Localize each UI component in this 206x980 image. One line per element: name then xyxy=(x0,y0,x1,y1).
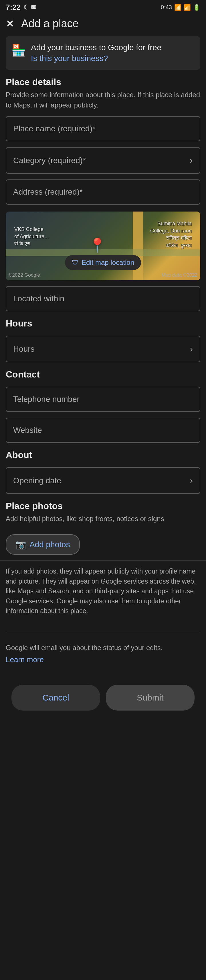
close-button[interactable]: ✕ xyxy=(6,19,14,29)
website-input[interactable] xyxy=(6,418,200,443)
hours-select[interactable]: Hours › xyxy=(6,336,200,362)
submit-button[interactable]: Submit xyxy=(106,685,195,711)
hours-label: Hours xyxy=(13,345,35,354)
wifi-icon: 📶 xyxy=(174,4,181,11)
edit-location-text: Edit map location xyxy=(82,259,134,267)
banner-text-block: Add your business to Google for free Is … xyxy=(31,43,162,63)
divider xyxy=(6,631,200,631)
signal-icon: 0:43 xyxy=(161,4,172,11)
category-chevron-icon: › xyxy=(190,155,193,165)
bottom-action-bar: Cancel Submit xyxy=(0,676,206,722)
map-data: Map data ©2022 xyxy=(162,272,197,278)
email-note-text: Google will email you about the status o… xyxy=(6,644,200,652)
address-input[interactable] xyxy=(6,180,200,205)
business-icon: 🏪 xyxy=(11,44,26,57)
map-view: VKS College of Agriculture... वी के एस S… xyxy=(6,212,200,280)
place-details-desc: Provide some information about this plac… xyxy=(6,90,200,110)
about-section: About Opening date › xyxy=(0,450,206,494)
map-road-vertical xyxy=(133,212,143,280)
map-label-right: Sumitra Mahila College, Dumraon समित्रा … xyxy=(150,220,192,249)
located-within-section xyxy=(0,286,206,311)
email-note-section: Google will email you about the status o… xyxy=(0,637,206,664)
add-photos-label: Add photos xyxy=(30,540,70,549)
notification-icons: ☾ ✉ xyxy=(24,4,36,11)
learn-more-link[interactable]: Learn more xyxy=(6,655,44,664)
photos-title: Place photos xyxy=(6,501,200,511)
edit-map-location-button[interactable]: 🛡 Edit map location xyxy=(65,255,141,270)
time-display: 7:22 xyxy=(6,3,21,12)
map-pin-icon: 📍 xyxy=(89,237,106,253)
hours-title: Hours xyxy=(6,318,200,329)
battery-icon: 🔋 xyxy=(193,4,200,11)
opening-date-label: Opening date xyxy=(13,476,61,485)
status-time: 7:22 ☾ ✉ xyxy=(6,3,36,12)
is-your-business-link[interactable]: Is this your business? xyxy=(31,54,162,63)
hours-chevron-icon: › xyxy=(190,344,193,354)
top-bar: ✕ Add a place xyxy=(0,13,206,34)
business-banner: 🏪 Add your business to Google for free I… xyxy=(6,36,200,70)
map-copyright: ©2022 Google xyxy=(9,272,40,278)
category-label: Category (required)* xyxy=(13,156,86,165)
category-select[interactable]: Category (required)* › xyxy=(6,147,200,174)
hours-section: Hours Hours › xyxy=(0,318,206,362)
contact-section: Contact xyxy=(0,369,206,443)
located-within-input[interactable] xyxy=(6,286,200,311)
add-photos-button[interactable]: 📷 Add photos xyxy=(6,534,80,555)
photos-desc: Add helpful photos, like shop fronts, no… xyxy=(6,514,200,524)
add-photos-icon: 📷 xyxy=(16,539,26,549)
page-title: Add a place xyxy=(21,18,79,30)
about-title: About xyxy=(6,450,200,460)
place-details-title: Place details xyxy=(6,77,200,88)
place-details-section: Place details Provide some information a… xyxy=(0,77,206,205)
status-icons: 0:43 📶 📶 🔋 xyxy=(161,4,200,11)
opening-date-chevron-icon: › xyxy=(190,475,193,486)
signal-bars: 📶 xyxy=(184,4,191,11)
disclaimer-text: If you add photos, they will appear publ… xyxy=(6,566,200,616)
cancel-button[interactable]: Cancel xyxy=(11,685,100,711)
map-label-left: VKS College of Agriculture... वी के एस xyxy=(14,226,49,248)
place-name-input[interactable] xyxy=(6,116,200,141)
telephone-input[interactable] xyxy=(6,387,200,412)
photos-section: Place photos Add helpful photos, like sh… xyxy=(0,501,206,555)
map-container[interactable]: VKS College of Agriculture... वी के एस S… xyxy=(6,212,200,280)
edit-location-icon: 🛡 xyxy=(72,259,79,267)
contact-title: Contact xyxy=(6,369,200,380)
status-bar: 7:22 ☾ ✉ 0:43 📶 📶 🔋 xyxy=(0,0,206,13)
disclaimer-section: If you add photos, they will appear publ… xyxy=(0,560,206,628)
opening-date-select[interactable]: Opening date › xyxy=(6,467,200,494)
banner-main-text: Add your business to Google for free xyxy=(31,43,162,52)
